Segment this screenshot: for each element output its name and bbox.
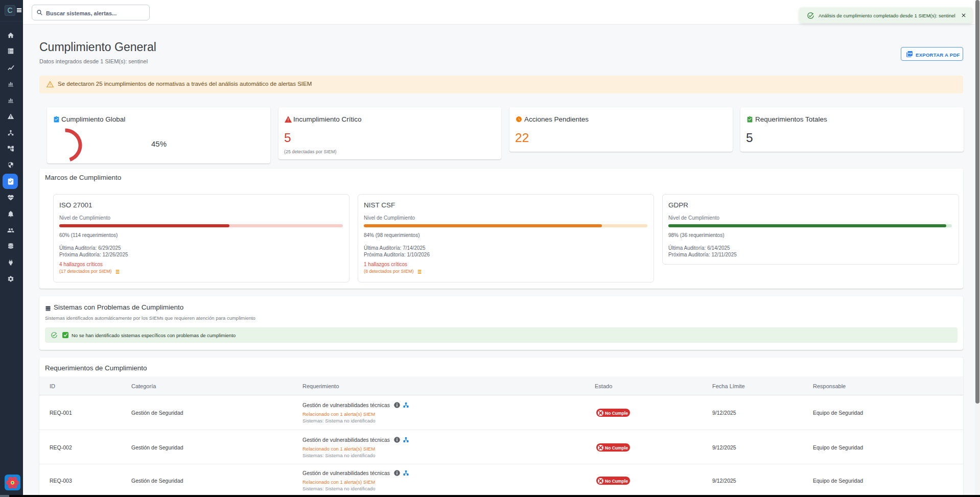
svg-text:45%: 45% <box>151 139 167 148</box>
